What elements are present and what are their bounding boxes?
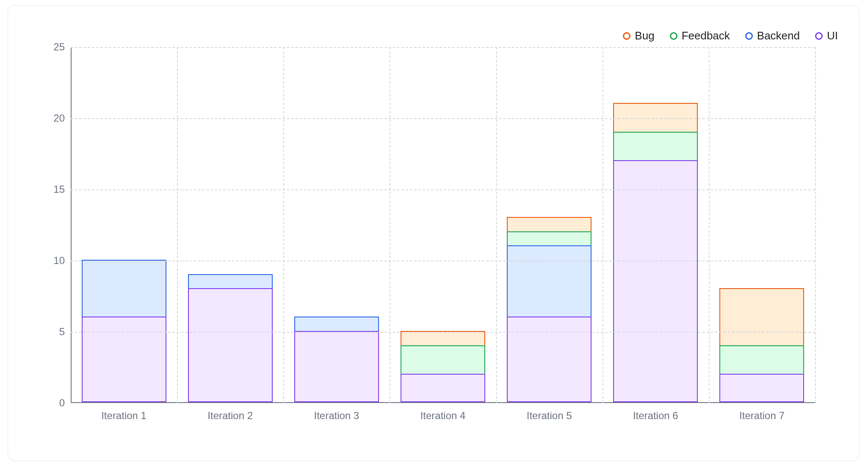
bar-segment-bug	[401, 331, 485, 345]
x-tick-label: Iteration 1	[101, 403, 147, 422]
bar-segment-ui	[719, 374, 804, 402]
bar-segment-feedback	[507, 231, 592, 246]
legend: Bug Feedback Backend UI	[623, 29, 838, 42]
bar-segment-backend	[188, 274, 273, 289]
bar[interactable]	[82, 260, 166, 402]
legend-item-ui[interactable]: UI	[815, 29, 838, 42]
y-tick-label: 0	[45, 397, 71, 409]
gridline-v	[177, 47, 178, 403]
bar-segment-feedback	[401, 345, 485, 374]
bar-segment-bug	[507, 217, 592, 231]
bar-segment-feedback	[719, 345, 804, 374]
gridline-v	[603, 47, 603, 403]
bar-segment-ui	[294, 331, 379, 402]
bar[interactable]	[188, 274, 273, 402]
y-tick-label: 20	[45, 112, 71, 124]
bar[interactable]	[401, 331, 485, 402]
circle-icon	[745, 32, 753, 40]
gridline-h	[71, 189, 815, 190]
x-tick-label: Iteration 4	[420, 403, 466, 422]
circle-icon	[623, 32, 630, 40]
bar-segment-feedback	[613, 132, 698, 160]
bar-segment-ui	[82, 317, 166, 402]
bar-segment-bug	[719, 288, 804, 345]
x-tick-label: Iteration 7	[739, 403, 785, 422]
y-tick-label: 25	[45, 41, 71, 53]
gridline-h	[71, 261, 815, 261]
gridline-v	[390, 47, 390, 403]
gridline-v	[283, 47, 284, 403]
bar[interactable]	[507, 217, 592, 402]
gridline-v	[496, 47, 497, 403]
x-tick-label: Iteration 3	[314, 403, 359, 422]
bar-segment-ui	[188, 288, 273, 402]
y-tick-label: 10	[45, 255, 71, 267]
bar-segment-backend	[507, 245, 592, 317]
legend-label: Bug	[635, 29, 654, 42]
legend-item-feedback[interactable]: Feedback	[670, 29, 730, 42]
bar[interactable]	[613, 103, 698, 402]
bar-segment-ui	[613, 160, 698, 402]
gridline-h	[71, 47, 815, 48]
bar-segment-backend	[82, 260, 166, 317]
x-tick-label: Iteration 2	[207, 403, 253, 422]
bar-segment-backend	[294, 317, 379, 331]
bar-segment-ui	[401, 374, 485, 402]
bar-segment-ui	[507, 317, 592, 402]
chart-plot: 0510152025Iteration 1Iteration 2Iteratio…	[71, 47, 829, 403]
x-tick-label: Iteration 5	[527, 403, 572, 422]
legend-label: UI	[827, 29, 838, 42]
circle-icon	[815, 32, 823, 40]
circle-icon	[670, 32, 677, 40]
gridline-v	[709, 47, 710, 403]
bar[interactable]	[719, 288, 804, 402]
gridline-h	[71, 118, 815, 119]
bars-layer	[71, 47, 815, 403]
legend-label: Feedback	[682, 29, 730, 42]
chart-axes: 0510152025Iteration 1Iteration 2Iteratio…	[71, 47, 815, 403]
bar-segment-bug	[613, 103, 698, 131]
gridline-v	[815, 47, 816, 403]
gridline-h	[71, 332, 815, 333]
y-tick-label: 5	[45, 326, 71, 338]
y-tick-label: 15	[45, 183, 71, 195]
legend-label: Backend	[757, 29, 800, 42]
legend-item-bug[interactable]: Bug	[623, 29, 654, 42]
legend-item-backend[interactable]: Backend	[745, 29, 800, 42]
chart-card: Bug Feedback Backend UI 0510152025Iterat…	[8, 5, 860, 461]
bar[interactable]	[294, 317, 379, 402]
x-tick-label: Iteration 6	[633, 403, 678, 422]
